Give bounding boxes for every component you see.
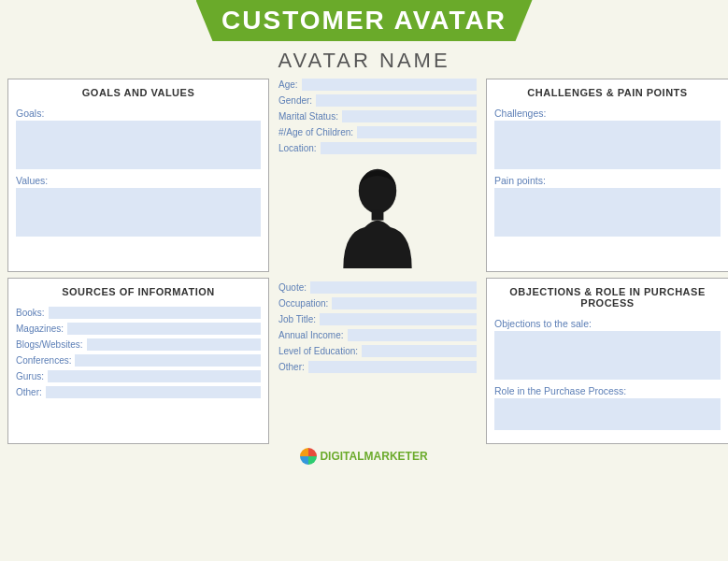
brand-part1: DIGITAL — [320, 450, 364, 463]
education-field[interactable] — [362, 345, 477, 357]
page-title: CUSTOMER AVATAR — [215, 6, 514, 36]
gender-label: Gender: — [278, 95, 312, 106]
age-label: Age: — [278, 79, 298, 90]
jobtitle-field[interactable] — [320, 313, 477, 325]
svg-rect-1 — [372, 210, 384, 221]
challenges-label: Challenges: — [494, 108, 721, 119]
marital-label: Marital Status: — [278, 111, 338, 122]
challenges-field[interactable] — [494, 121, 721, 169]
books-label: Books: — [16, 308, 45, 318]
income-label: Annual Income: — [278, 330, 344, 340]
avatar-name: AVATAR NAME — [0, 49, 728, 73]
location-field[interactable] — [321, 142, 477, 154]
quote-label: Quote: — [278, 282, 307, 293]
income-field[interactable] — [348, 329, 478, 341]
other-info-field[interactable] — [308, 361, 477, 373]
avatar-silhouette — [331, 165, 424, 268]
gender-field[interactable] — [316, 94, 477, 107]
children-label: #/Age of Children: — [278, 127, 353, 137]
footer: DIGITALMARKETER — [0, 448, 728, 465]
gurus-label: Gurus: — [16, 371, 44, 381]
brand-name: DIGITALMARKETER — [320, 450, 427, 463]
brand-logo: DIGITALMARKETER — [300, 448, 427, 465]
other-sources-label: Other: — [16, 387, 42, 397]
pain-label: Pain points: — [494, 175, 721, 186]
objections-field[interactable] — [494, 331, 721, 380]
brand-part2: MARKETER — [364, 450, 428, 463]
jobtitle-label: Job Title: — [278, 314, 316, 324]
education-label: Level of Education: — [278, 346, 358, 356]
blogs-label: Blogs/Websites: — [16, 339, 83, 350]
magazines-label: Magazines: — [16, 324, 64, 334]
objections-title: OBJECTIONS & ROLE IN PURCHASE PROCESS — [494, 286, 721, 312]
location-label: Location: — [278, 143, 317, 153]
goals-label: Goals: — [16, 108, 261, 119]
marital-field[interactable] — [342, 110, 477, 122]
challenges-title: CHALLENGES & PAIN POINTS — [494, 87, 721, 102]
role-label: Role in the Purchase Process: — [494, 385, 721, 396]
role-field[interactable] — [494, 398, 721, 430]
pain-field[interactable] — [494, 188, 721, 237]
conferences-field[interactable] — [75, 354, 261, 367]
books-field[interactable] — [49, 307, 261, 319]
children-field[interactable] — [357, 126, 477, 138]
objections-panel: OBJECTIONS & ROLE IN PURCHASE PROCESS Ob… — [486, 278, 728, 444]
logo-icon — [300, 448, 317, 465]
other-info-label: Other: — [278, 362, 305, 372]
sources-title: SOURCES OF INFORMATION — [16, 286, 261, 301]
blogs-field[interactable] — [87, 338, 261, 351]
objections-label: Objections to the sale: — [494, 318, 721, 329]
age-field[interactable] — [302, 79, 477, 91]
gurus-field[interactable] — [48, 370, 261, 382]
sources-panel: SOURCES OF INFORMATION Books: Magazines:… — [7, 278, 269, 444]
challenges-panel: CHALLENGES & PAIN POINTS Challenges: Pai… — [486, 79, 728, 272]
goals-field[interactable] — [16, 121, 261, 169]
goals-values-title: GOALS AND VALUES — [16, 87, 261, 102]
other-sources-field[interactable] — [46, 386, 261, 398]
magazines-field[interactable] — [67, 323, 261, 335]
occupation-field[interactable] — [332, 297, 477, 309]
quote-field[interactable] — [310, 281, 477, 294]
conferences-label: Conferences: — [16, 355, 71, 366]
occupation-label: Occupation: — [278, 298, 328, 309]
center-column: Age: Gender: Marital Status: #/Age of Ch… — [275, 79, 480, 272]
bottom-info-section: Quote: Occupation: Job Title: Annual Inc… — [275, 278, 480, 444]
demographics-section: Age: Gender: Marital Status: #/Age of Ch… — [278, 79, 477, 162]
header-banner: CUSTOMER AVATAR — [196, 0, 533, 41]
values-field[interactable] — [16, 188, 261, 237]
goals-values-panel: GOALS AND VALUES Goals: Values: — [7, 79, 269, 272]
values-label: Values: — [16, 175, 261, 186]
